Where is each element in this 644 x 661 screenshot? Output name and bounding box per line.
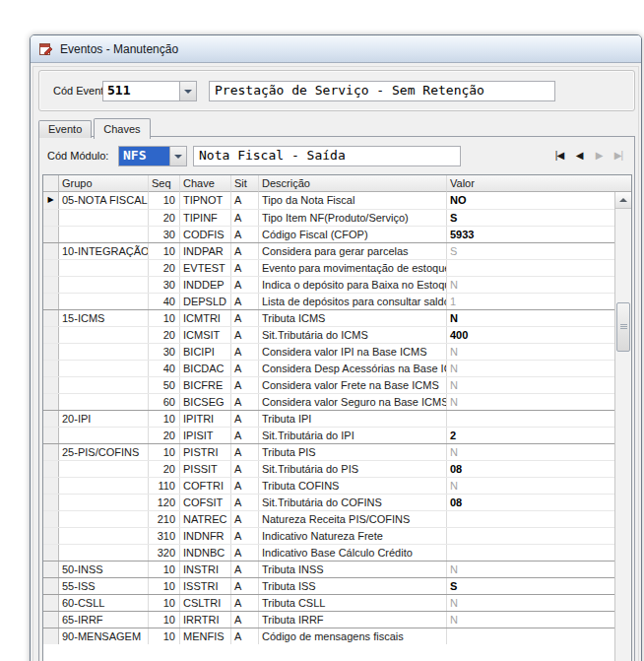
cell-seq[interactable]: 310 [149,528,180,544]
cell-descricao[interactable]: Considera valor IPI na Base ICMS [259,344,447,360]
cell-seq[interactable]: 10 [149,243,180,259]
cell-valor[interactable]: N [447,595,614,611]
cell-chave[interactable]: ICMTRI [180,310,231,326]
cell-seq[interactable]: 320 [149,545,180,561]
cell-descricao[interactable]: Indica o depósito para Baixa no Estoque [259,277,447,293]
table-row[interactable]: 60BICSEGAConsidera valor Seguro na Base … [43,393,614,410]
cell-chave[interactable]: TIPINF [180,210,231,226]
cell-chave[interactable]: BICIPI [180,344,231,360]
cell-chave[interactable]: COFTRI [180,478,231,494]
cell-descricao[interactable]: Sit.Tributária do IPI [259,428,447,443]
cell-valor[interactable]: 2 [447,428,614,443]
cell-sit[interactable]: A [231,578,259,594]
cell-sit[interactable]: A [231,411,259,427]
cell-sit[interactable]: A [231,327,259,343]
cell-descricao[interactable]: Tributa INSS [259,562,447,577]
cell-grupo[interactable] [59,327,149,343]
vertical-scrollbar[interactable] [614,192,631,661]
cell-descricao[interactable]: Indicativo Natureza Frete [259,528,447,544]
cell-grupo[interactable] [59,545,149,561]
cell-chave[interactable]: BICFRE [180,377,231,393]
cell-sit[interactable]: A [231,243,259,259]
nav-next-button[interactable]: ▶ [591,149,607,163]
cell-seq[interactable]: 10 [149,612,180,628]
cell-grupo[interactable] [59,227,149,242]
cell-chave[interactable]: INDNFR [180,528,231,544]
cell-sit[interactable]: A [231,361,259,376]
row-indicator-cell[interactable] [43,511,59,527]
cell-descricao[interactable]: Considera valor Frete na Base ICMS [259,377,447,393]
cell-grupo[interactable]: 60-CSLL [59,595,149,611]
cell-seq[interactable]: 60 [149,394,180,410]
table-row[interactable]: 15-ICMS10ICMTRIATributa ICMSN [43,309,614,326]
column-header-seq[interactable]: Seq [149,175,180,192]
cell-seq[interactable]: 40 [149,361,180,376]
table-row[interactable]: 10-INTEGRAÇÃO10INDPARAConsidera para ger… [43,242,614,259]
row-indicator-cell[interactable] [43,444,59,460]
cell-descricao[interactable]: Tipo Item NF(Produto/Serviço) [259,210,447,226]
cell-grupo[interactable]: 55-ISS [59,578,149,594]
row-indicator-cell[interactable] [43,545,59,561]
cell-valor[interactable]: N [447,562,614,577]
table-row[interactable]: 50-INSS10INSTRIATributa INSSN [43,561,614,577]
row-indicator-cell[interactable] [43,361,59,376]
cell-descricao[interactable]: Tributa IPI [259,411,447,427]
row-indicator-cell[interactable] [43,595,59,611]
cell-seq[interactable]: 10 [149,562,180,577]
cell-sit[interactable]: A [231,428,259,443]
cell-chave[interactable]: INDPAR [180,243,231,259]
cell-sit[interactable]: A [231,377,259,393]
cell-seq[interactable]: 30 [149,277,180,293]
cod-evento-value[interactable]: 511 [103,82,179,100]
cell-sit[interactable]: A [231,495,259,510]
cell-chave[interactable]: ISSTRI [180,578,231,594]
table-row[interactable]: 60-CSLL10CSLTRIATributa CSLLN [43,594,614,611]
row-indicator-cell[interactable] [43,411,59,427]
column-header-sit[interactable]: Sit [231,175,259,192]
cell-chave[interactable]: BICSEG [180,394,231,410]
table-row[interactable]: 20TIPINFATipo Item NF(Produto/Serviço)S [43,209,614,226]
cell-descricao[interactable]: Código Fiscal (CFOP) [259,227,447,242]
table-row[interactable]: 320INDNBCAIndicativo Base Cálculo Crédit… [43,544,614,561]
cell-grupo[interactable] [59,495,149,510]
table-row[interactable]: 30CODFISACódigo Fiscal (CFOP)5933 [43,226,614,242]
cell-chave[interactable]: MENFIS [180,628,231,644]
cell-seq[interactable]: 10 [149,628,180,644]
table-row[interactable]: ▶05-NOTA FISCAL10TIPNOTATipo da Nota Fis… [43,192,614,209]
cell-chave[interactable]: IRRTRI [180,612,231,628]
cell-sit[interactable]: A [231,545,259,561]
cell-valor[interactable]: 400 [447,327,614,343]
title-bar[interactable]: Eventos - Manutenção [31,35,641,63]
row-indicator-cell[interactable] [43,243,59,259]
modulo-description-field[interactable]: Nota Fiscal - Saída [193,146,461,166]
row-indicator-cell[interactable] [43,495,59,510]
nav-last-button[interactable]: ▶| [611,149,626,163]
row-indicator-cell[interactable] [43,210,59,226]
cell-chave[interactable]: INDNBC [180,545,231,561]
tab-evento[interactable]: Evento [38,120,92,138]
cell-seq[interactable]: 20 [149,260,180,276]
cell-sit[interactable]: A [231,294,259,309]
cell-sit[interactable]: A [231,192,259,209]
cell-valor[interactable]: N [447,444,614,460]
cell-grupo[interactable]: 10-INTEGRAÇÃO [59,243,149,259]
cell-descricao[interactable]: Tributa CSLL [259,595,447,611]
cell-sit[interactable]: A [231,344,259,360]
table-row[interactable]: 210NATRECANatureza Receita PIS/COFINS [43,510,614,527]
cell-grupo[interactable] [59,361,149,376]
cell-sit[interactable]: A [231,478,259,494]
table-row[interactable]: 65-IRRF10IRRTRIATributa IRRFN [43,611,614,628]
cell-seq[interactable]: 10 [149,192,180,209]
table-row[interactable]: 120COFSITASit.Tributária do COFINS08 [43,494,614,510]
cell-seq[interactable]: 210 [149,511,180,527]
cell-sit[interactable]: A [231,227,259,242]
cell-valor[interactable]: N [447,361,614,376]
cod-modulo-combo[interactable]: NFS [118,146,187,166]
cell-sit[interactable]: A [231,628,259,644]
cell-grupo[interactable]: 65-IRRF [59,612,149,628]
nav-prior-button[interactable]: ◀ [571,149,587,163]
cell-sit[interactable]: A [231,612,259,628]
cell-sit[interactable]: A [231,444,259,460]
cell-descricao[interactable]: Tributa ISS [259,578,447,594]
cell-sit[interactable]: A [231,595,259,611]
